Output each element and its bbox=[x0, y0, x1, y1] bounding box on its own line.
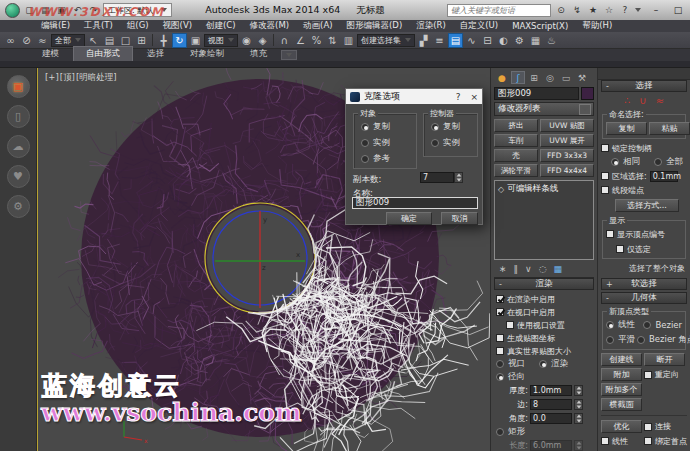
schematic-view-icon[interactable]: ⊟ bbox=[480, 33, 495, 48]
select-by-button[interactable]: 选择方式... bbox=[615, 199, 679, 212]
radio-bezier[interactable]: Bezier bbox=[643, 320, 682, 330]
stack-item-editable-spline[interactable]: ◇ 可编辑样条线 bbox=[496, 182, 592, 196]
favorites-icon[interactable]: ★ bbox=[587, 4, 599, 16]
object-color-swatch[interactable] bbox=[581, 87, 594, 100]
use-pivot-center-icon[interactable]: ◉ bbox=[239, 33, 254, 48]
chevron-down-icon[interactable] bbox=[635, 8, 641, 12]
checkbox-reorient[interactable]: 重定向 bbox=[644, 369, 679, 381]
extrude-button[interactable]: 挤出 bbox=[494, 119, 538, 132]
menu-item-views[interactable]: 视图(V) bbox=[156, 20, 199, 32]
workspace-dropdown[interactable]: 工作区: 默认 bbox=[103, 3, 172, 17]
show-end-result-icon[interactable]: ‖ bbox=[514, 264, 519, 274]
tab-modeling[interactable]: 建模 bbox=[30, 47, 71, 61]
maximize-button[interactable]: □ bbox=[671, 4, 685, 17]
angle-snap-icon[interactable]: ∠ bbox=[293, 33, 308, 48]
checkbox-linear[interactable]: 线性 bbox=[601, 435, 642, 447]
modify-tab-icon[interactable]: ʃ bbox=[511, 71, 525, 84]
spinner-arrows[interactable] bbox=[574, 413, 583, 424]
ribbon-minimize-dropdown[interactable] bbox=[281, 50, 297, 60]
hierarchy-tab-icon[interactable]: ⊞ bbox=[527, 71, 541, 84]
tab-freeform[interactable]: 自由形式 bbox=[73, 46, 133, 61]
minimize-button[interactable]: – bbox=[649, 4, 663, 17]
search-icon[interactable]: ⊙ bbox=[555, 4, 567, 16]
tab-selection[interactable]: 选择 bbox=[135, 47, 176, 61]
ffd4-button[interactable]: FFD 4x4x4 bbox=[540, 164, 594, 177]
menu-item-rendering[interactable]: 渲染(R) bbox=[409, 20, 453, 32]
lathe-button[interactable]: 车削 bbox=[494, 134, 538, 147]
select-and-manipulate-icon[interactable]: ◈ bbox=[255, 33, 270, 48]
render-icon[interactable]: ♨ bbox=[544, 33, 559, 48]
selection-filter-dropdown[interactable]: 全部 bbox=[51, 34, 85, 47]
length-value[interactable]: 6.0mm bbox=[530, 440, 572, 451]
checkbox-generate-mapping-coords[interactable]: 生成贴图坐标 bbox=[496, 332, 593, 344]
communication-center-icon[interactable]: ↯ bbox=[571, 4, 583, 16]
sides-value[interactable]: 8 bbox=[530, 399, 572, 410]
bind-to-space-warp-icon[interactable]: ≈ bbox=[35, 33, 50, 48]
spinner-snap-icon[interactable]: ⇅ bbox=[325, 33, 340, 48]
menu-item-maxscript[interactable]: MAXScript(X) bbox=[505, 21, 575, 31]
checkbox-area-selection[interactable]: 区域选择: 0.1mm bbox=[601, 170, 687, 182]
dialog-titlebar[interactable]: 克隆选项 ? × bbox=[346, 89, 482, 104]
turbosmooth-button[interactable]: 涡轮平滑 bbox=[494, 164, 538, 177]
radio-all[interactable]: 全部 bbox=[654, 156, 683, 168]
mirror-icon[interactable]: ▞ bbox=[416, 33, 431, 48]
menu-item-animation[interactable]: 动画(A) bbox=[296, 20, 339, 32]
radio-smooth[interactable]: 平滑 bbox=[606, 334, 635, 346]
copy-button[interactable]: 复制 bbox=[606, 122, 647, 135]
checkbox-enable-in-renderer[interactable]: 在渲染中启用 bbox=[496, 293, 593, 305]
rendered-frame-icon[interactable]: ▦ bbox=[528, 33, 543, 48]
named-selection-dropdown[interactable]: 创建选择集 bbox=[357, 34, 415, 47]
menu-item-graph-editors[interactable]: 图形编辑器(D) bbox=[340, 20, 410, 32]
radio-object-copy[interactable]: 复制 bbox=[361, 121, 416, 133]
remove-modifier-icon[interactable]: ◌ bbox=[539, 264, 547, 274]
dialog-help-button[interactable]: ? bbox=[456, 92, 461, 102]
radio-viewport[interactable]: 视口 bbox=[496, 358, 525, 370]
menu-item-help[interactable]: 帮助(H) bbox=[575, 20, 619, 32]
layer-manager-icon[interactable]: ▤ bbox=[448, 33, 463, 48]
menu-item-edit[interactable]: 编辑(E) bbox=[34, 20, 77, 32]
sign-in-icon[interactable]: ☆ bbox=[603, 4, 615, 16]
app-logo-icon[interactable] bbox=[5, 3, 20, 18]
undo-icon[interactable]: ↶ bbox=[71, 4, 84, 17]
shell-button[interactable]: 壳 bbox=[494, 149, 538, 162]
percent-snap-icon[interactable]: % bbox=[309, 33, 324, 48]
save-file-icon[interactable]: ▣ bbox=[55, 4, 68, 17]
paste-button[interactable]: 粘贴 bbox=[649, 122, 690, 135]
attach-button[interactable]: 附加 bbox=[601, 368, 642, 381]
pin-stack-icon[interactable]: ∗ bbox=[499, 264, 507, 274]
align-icon[interactable]: ≡ bbox=[432, 33, 447, 48]
checkbox-connect[interactable]: 连接 bbox=[644, 421, 671, 433]
viewport-menu-general[interactable]: [+] bbox=[45, 72, 59, 84]
menu-item-modifiers[interactable]: 修改器(M) bbox=[243, 20, 296, 32]
area-selection-value[interactable]: 0.1mm bbox=[650, 171, 678, 182]
radio-object-instance[interactable]: 实例 bbox=[361, 137, 416, 149]
heart-icon[interactable]: ♥ bbox=[7, 165, 30, 188]
checkbox-selected-only[interactable]: 仅选定 bbox=[616, 243, 682, 255]
spinner-arrows[interactable] bbox=[454, 172, 463, 183]
break-button[interactable]: 断开 bbox=[644, 353, 685, 366]
rollout-selection-header[interactable]: - 选择 bbox=[601, 80, 687, 92]
reference-coordinate-dropdown[interactable]: 视图 bbox=[204, 34, 238, 47]
open-file-icon[interactable]: ▤ bbox=[39, 4, 52, 17]
checkbox-show-vertex-numbers[interactable]: 显示顶点编号 bbox=[606, 228, 682, 240]
checkbox-real-world-map-size[interactable]: 真实世界贴图大小 bbox=[496, 345, 593, 357]
menu-item-group[interactable]: 组(G) bbox=[120, 20, 156, 32]
spline-subobject-icon[interactable]: ≈ bbox=[656, 95, 664, 106]
copies-value[interactable]: 7 bbox=[420, 172, 454, 183]
attach-mult-button[interactable]: 附加多个 bbox=[601, 383, 642, 396]
menu-item-tools[interactable]: 工具(T) bbox=[77, 20, 120, 32]
motion-tab-icon[interactable]: ◎ bbox=[543, 71, 557, 84]
checkbox-use-viewport-settings[interactable]: 使用视口设置 bbox=[506, 319, 593, 331]
refine-button[interactable]: 优化 bbox=[601, 420, 642, 433]
search-input[interactable] bbox=[447, 4, 551, 17]
radio-controller-copy[interactable]: 复制 bbox=[431, 121, 477, 133]
cloud-icon[interactable]: ☁ bbox=[7, 135, 30, 158]
rollout-soft-selection-header[interactable]: + 软选择 bbox=[601, 278, 687, 290]
select-and-scale-icon[interactable]: ▣ bbox=[188, 33, 203, 48]
uvw-map-button[interactable]: UVW 贴图 bbox=[540, 119, 594, 132]
object-name-field[interactable]: 图形009 bbox=[494, 87, 579, 100]
radio-rectangular[interactable]: 矩形 bbox=[496, 426, 593, 438]
curve-editor-icon[interactable]: ∿ bbox=[464, 33, 479, 48]
ffd3-button[interactable]: FFD 3x3x3 bbox=[540, 149, 594, 162]
create-line-button[interactable]: 创建线 bbox=[601, 353, 642, 366]
